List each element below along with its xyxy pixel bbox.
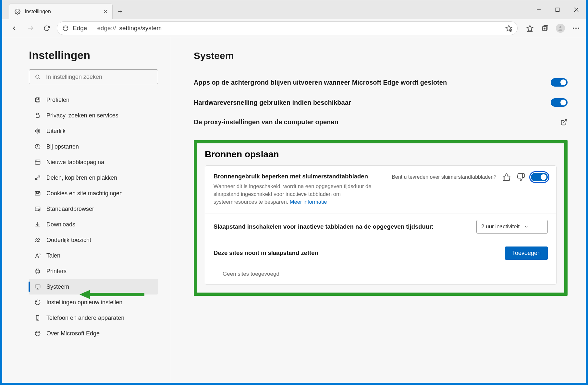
svg-point-23 <box>37 98 39 100</box>
thumbs-up-icon[interactable] <box>502 173 511 181</box>
sidebar-item-icon <box>34 237 41 243</box>
sidebar-item-icon <box>34 190 41 197</box>
sidebar-item[interactable]: 字Talen <box>29 248 158 263</box>
sidebar-item-label: Instellingen opnieuw instellen <box>46 299 122 306</box>
add-site-button[interactable]: Toevoegen <box>505 247 548 260</box>
svg-rect-46 <box>37 269 39 270</box>
sidebar-item[interactable]: Downloads <box>29 217 158 232</box>
back-button[interactable] <box>8 22 20 34</box>
sidebar-item-label: Systeem <box>46 283 69 290</box>
sidebar-item-icon <box>34 221 41 228</box>
sidebar-nav: ProfielenPrivacy, zoeken en servicesUite… <box>29 92 158 341</box>
svg-rect-25 <box>36 115 39 117</box>
profile-avatar[interactable] <box>556 24 565 33</box>
forward-button[interactable] <box>24 22 37 34</box>
svg-marker-12 <box>527 25 533 30</box>
svg-point-17 <box>559 26 561 28</box>
tab-title: Instellingen <box>25 9 100 15</box>
sidebar-item[interactable]: Telefoon en andere apparaten <box>29 310 158 326</box>
setting-background-apps: Apps op de achtergrond blijven uitvoeren… <box>194 72 568 92</box>
sidebar-item[interactable]: Ouderlijk toezicht <box>29 232 158 248</box>
sidebar-item[interactable]: Systeem <box>29 279 158 295</box>
toggle-sleep-tabs[interactable] <box>531 173 548 181</box>
sidebar-item[interactable]: Delen, kopiëren en plakken <box>29 170 158 186</box>
sidebar-item-icon <box>34 97 41 103</box>
sleep-tabs-card: Bronnengebruik beperken met sluimerstand… <box>205 165 557 285</box>
tab-close-icon[interactable]: ✕ <box>103 8 108 15</box>
sidebar-item[interactable]: Bij opstarten <box>29 139 158 154</box>
new-tab-button[interactable]: ＋ <box>113 4 128 19</box>
svg-point-41 <box>36 239 37 240</box>
sidebar-item[interactable]: Privacy, zoeken en services <box>29 108 158 123</box>
sidebar-item[interactable]: Printers <box>29 263 158 279</box>
sidebar-item-label: Ouderlijk toezicht <box>46 237 91 244</box>
address-bar[interactable]: Edge edge://settings/system <box>57 21 518 35</box>
plus-icon: ＋ <box>116 6 124 16</box>
sidebar-item-label: Nieuwe tabbladpagina <box>46 159 104 166</box>
sleep-tabs-desc: Wanneer dit is ingeschakeld, wordt na ee… <box>214 183 385 206</box>
section-title: Bronnen opslaan <box>205 149 557 160</box>
sidebar-item-icon <box>34 174 41 181</box>
sidebar-item-icon <box>34 112 41 119</box>
svg-line-55 <box>563 119 567 123</box>
content: Systeem Apps op de achtergrond blijven u… <box>171 37 586 383</box>
save-resources-section: Bronnen opslaan Bronnengebruik beperken … <box>194 140 568 296</box>
sidebar-item[interactable]: Standaardbrowser <box>29 201 158 217</box>
settings-search-input[interactable] <box>46 74 153 80</box>
sidebar-item-label: Bij opstarten <box>46 143 79 150</box>
sidebar-item[interactable]: Nieuwe tabbladpagina <box>29 154 158 170</box>
toolbar-right <box>526 24 580 33</box>
select-value: 2 uur inactiviteit <box>481 223 520 230</box>
svg-point-21 <box>36 75 39 78</box>
open-external-icon <box>560 119 568 126</box>
feedback-group: Bent u tevreden over sluimerstandtabblad… <box>392 173 548 181</box>
sleep-tabs-row: Bronnengebruik beperken met sluimerstand… <box>205 166 556 213</box>
sidebar-item-label: Telefoon en andere apparaten <box>46 315 124 321</box>
sidebar-item[interactable]: Profielen <box>29 92 158 108</box>
svg-point-7 <box>63 26 68 30</box>
sidebar-item-label: Cookies en site machtigingen <box>46 190 123 197</box>
sidebar-item[interactable]: Cookies en site machtigingen <box>29 186 158 201</box>
sidebar-item-label: Profielen <box>46 97 69 103</box>
close-window-button[interactable] <box>567 0 586 19</box>
toolbar: Edge edge://settings/system <box>2 19 586 37</box>
toggle-hardware-accel[interactable] <box>551 98 568 107</box>
url-prefix: edge:// <box>97 25 116 32</box>
sidebar-item-icon <box>34 206 41 212</box>
minimize-button[interactable] <box>529 0 548 19</box>
sidebar-item[interactable]: Uiterlijk <box>29 123 158 139</box>
svg-point-18 <box>573 28 574 29</box>
favorite-star-icon[interactable] <box>505 24 513 32</box>
sleep-timeout-select[interactable]: 2 uur inactiviteit <box>476 220 548 234</box>
sidebar-item[interactable]: Over Microsoft Edge <box>29 326 158 341</box>
sidebar-item-label: Delen, kopiëren en plakken <box>46 174 117 181</box>
favorites-icon[interactable] <box>526 24 534 32</box>
settings-search[interactable] <box>29 69 158 84</box>
window-controls <box>529 0 586 19</box>
sidebar-item[interactable]: Instellingen opnieuw instellen <box>29 295 158 310</box>
svg-point-26 <box>35 129 40 133</box>
sidebar-item-icon <box>34 143 41 150</box>
learn-more-link[interactable]: Meer informatie <box>290 199 327 205</box>
svg-rect-49 <box>35 285 40 288</box>
svg-line-22 <box>39 78 40 79</box>
browser-tab[interactable]: Instellingen ✕ <box>9 4 113 19</box>
sidebar-item-label: Standaardbrowser <box>46 206 94 212</box>
search-icon <box>34 73 42 81</box>
sidebar-item-label: Uiterlijk <box>46 128 66 135</box>
reload-button[interactable] <box>41 22 53 34</box>
toggle-background-apps[interactable] <box>551 78 568 87</box>
svg-point-0 <box>17 11 18 12</box>
more-icon[interactable] <box>572 24 580 32</box>
never-sleep-empty: Geen sites toegevoegd <box>205 266 556 284</box>
setting-open-proxy[interactable]: De proxy-instellingen van de computer op… <box>194 113 568 132</box>
sidebar-item-icon <box>34 159 41 165</box>
svg-point-36 <box>39 192 40 193</box>
titlebar: Instellingen ✕ ＋ <box>2 0 586 19</box>
thumbs-down-icon[interactable] <box>517 173 525 181</box>
sidebar-item-icon <box>34 283 41 290</box>
svg-point-42 <box>38 239 40 240</box>
maximize-button[interactable] <box>548 0 567 19</box>
url-path: settings/system <box>119 25 162 32</box>
collections-icon[interactable] <box>541 24 549 32</box>
